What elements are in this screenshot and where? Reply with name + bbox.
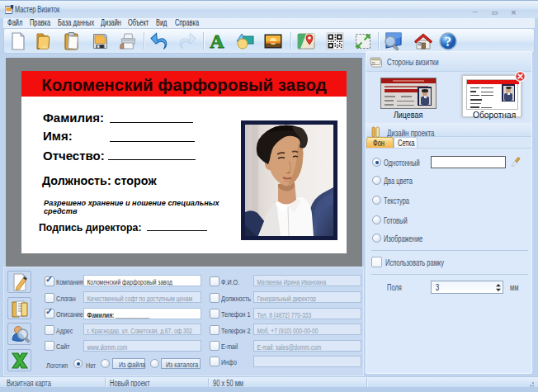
svg-text:A: A [210,31,224,51]
svg-text:?: ? [445,35,451,49]
